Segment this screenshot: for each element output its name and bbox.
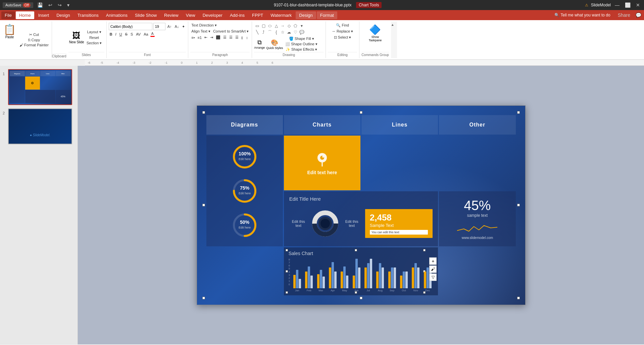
minimize-button[interactable]: — — [613, 2, 621, 8]
strikethrough-button[interactable]: S — [124, 32, 129, 37]
save-button[interactable]: 💾 — [36, 2, 44, 8]
menu-insert[interactable]: Insert — [35, 11, 53, 19]
charts-title-cell[interactable]: Edit Title Here Edit thistext — [284, 191, 438, 246]
justify-button[interactable]: ☰ — [234, 35, 240, 40]
reset-button[interactable]: Reset — [86, 35, 103, 40]
diagrams-icon-cell[interactable]: Edit text here — [284, 136, 360, 191]
font-color-button[interactable]: A — [150, 31, 155, 37]
sales-chart-cell[interactable]: Sales Chart — [284, 247, 438, 295]
diagrams-pct-cell[interactable]: 45% sample text www.slidemodel.com — [439, 191, 515, 246]
handle-ml[interactable] — [202, 204, 205, 206]
shadow-button[interactable]: S — [130, 32, 134, 37]
align-right-button[interactable]: ☰ — [228, 35, 234, 40]
restore-button[interactable]: ⬜ — [624, 2, 632, 8]
chart-add-button[interactable]: + — [429, 257, 437, 265]
select-button[interactable]: ⊡ Select ▾ — [328, 35, 357, 40]
ribbon-expand[interactable]: ▲ — [391, 21, 397, 58]
triangle-shape[interactable]: △ — [273, 23, 279, 29]
menu-file[interactable]: File — [1, 11, 15, 19]
align-center-button[interactable]: ☰ — [222, 35, 228, 40]
chart-handle-tl[interactable] — [286, 249, 288, 251]
arrange-button[interactable]: ⧉ Arrange — [254, 39, 265, 49]
replace-button[interactable]: ↔ Replace ▾ — [328, 29, 357, 34]
handle-tr[interactable] — [517, 111, 520, 114]
cloud-shape[interactable]: ☁ — [286, 29, 292, 35]
chart-handle-bl[interactable] — [286, 291, 288, 294]
tell-me[interactable]: Tell me what you want to do — [561, 13, 610, 17]
handle-tm[interactable] — [360, 111, 362, 114]
oval-shape[interactable]: ⬭ — [267, 23, 273, 29]
redo-button[interactable]: ↪ — [56, 2, 63, 8]
quick-styles-button[interactable]: 🎨 Quick Styles — [266, 39, 283, 50]
diamond-shape[interactable]: ◇ — [286, 23, 292, 29]
menu-view[interactable]: View — [183, 11, 199, 19]
menu-watermark[interactable]: Watermark — [267, 11, 295, 19]
convert-smartart-button[interactable]: Convert to SmartArt ▾ — [212, 29, 250, 34]
slide-thumb-2[interactable]: 2 ● SlideModel. — [8, 108, 74, 144]
rounded-rect-shape[interactable]: ▢ — [260, 23, 266, 29]
bracket-shape[interactable]: { — [273, 29, 279, 35]
text-direction-button[interactable]: Text Direction ▾ — [190, 23, 218, 28]
heart-shape[interactable]: ♡ — [292, 29, 298, 35]
bullet-list-button[interactable]: ≡• — [190, 35, 196, 40]
customize-button[interactable]: ▾ — [66, 2, 71, 8]
menu-transitions[interactable]: Transitions — [74, 11, 102, 19]
paste-button[interactable]: 📋 Paste — [2, 23, 17, 40]
handle-br[interactable] — [517, 297, 520, 299]
handle-bm[interactable] — [360, 297, 362, 299]
slide-1-thumbnail[interactable]: Diagrams Charts Lines Other ⚙ 45% — [8, 69, 72, 105]
menu-design[interactable]: Design — [53, 11, 73, 19]
menu-chart-format[interactable]: Format — [317, 11, 337, 19]
bold-button[interactable]: B — [109, 32, 113, 37]
arrow-shape[interactable]: → — [280, 23, 286, 29]
decrease-font-button[interactable]: A↓ — [174, 23, 180, 30]
shape-effects-button[interactable]: ✨ Shape Effects ▾ — [284, 47, 318, 52]
autosave-button[interactable]: AutoSave Off — [3, 2, 33, 8]
show-taskpane-button[interactable]: 🔷 ShowTaskpane — [361, 23, 389, 52]
handle-tl[interactable] — [202, 111, 205, 114]
align-left-button[interactable]: ⬛ — [215, 35, 221, 40]
numbered-list-button[interactable]: ≡1 — [197, 35, 203, 40]
clear-format-button[interactable]: ✦ — [181, 23, 186, 30]
copy-button[interactable]: ⎘ Copy — [18, 38, 50, 42]
shape-fill-button[interactable]: 🪣 Shape Fill ▾ — [284, 36, 318, 41]
menu-addins[interactable]: Add-ins — [227, 11, 248, 19]
more-shapes[interactable]: ▾ — [299, 23, 305, 29]
increase-indent-button[interactable]: ⇥ — [209, 35, 214, 40]
menu-chart-design[interactable]: Design — [296, 11, 316, 19]
handle-mr[interactable] — [517, 204, 520, 206]
underline-button[interactable]: U — [118, 32, 123, 37]
italic-button[interactable]: I — [114, 32, 117, 37]
font-size-input[interactable] — [153, 23, 165, 30]
handle-bl[interactable] — [202, 297, 205, 299]
slide-canvas[interactable]: Diagrams Charts Lines Other — [197, 105, 526, 305]
columns-button[interactable]: ⫿ — [240, 35, 244, 40]
format-painter-button[interactable]: 🖌 Format Painter — [18, 43, 50, 47]
align-text-button[interactable]: Align Text ▾ — [190, 29, 211, 34]
new-slide-button[interactable]: 🖼 New Slide — [68, 30, 85, 45]
close-button[interactable]: ✕ — [635, 2, 641, 8]
line-spacing-button[interactable]: ↕ — [245, 35, 249, 40]
slide-2-thumbnail[interactable]: ● SlideModel. — [8, 108, 72, 144]
rect-shape[interactable]: ▭ — [254, 23, 260, 29]
menu-home[interactable]: Home — [16, 11, 34, 19]
share-button[interactable]: Share — [616, 12, 632, 18]
callout-shape[interactable]: 💬 — [299, 29, 305, 35]
case-button[interactable]: Aa — [143, 32, 149, 37]
cut-button[interactable]: ✂ Cut — [18, 32, 50, 37]
comments-button[interactable]: 💬 — [634, 12, 643, 18]
section-button[interactable]: Section ▾ — [86, 41, 103, 46]
chart-style-button[interactable]: 🖌 — [429, 265, 437, 273]
stats-box[interactable]: 2,458 Sample Text You can edit this text — [365, 209, 433, 238]
menu-fppt[interactable]: FPPT — [249, 11, 266, 19]
chart-filter-button[interactable]: ▽ — [429, 274, 437, 281]
slide-thumb-1[interactable]: 1 Diagrams Charts Lines Other ⚙ 45% — [8, 69, 74, 105]
chart-handle-ml[interactable] — [286, 270, 288, 273]
spacing-button[interactable]: AV — [135, 32, 142, 37]
layout-button[interactable]: Layout ▾ — [86, 30, 103, 35]
decrease-indent-button[interactable]: ⇤ — [203, 35, 208, 40]
pentagon-shape[interactable]: ⬠ — [292, 23, 298, 29]
font-family-input[interactable] — [109, 23, 152, 30]
undo-button[interactable]: ↩ — [47, 2, 54, 8]
menu-animations[interactable]: Animations — [103, 11, 131, 19]
